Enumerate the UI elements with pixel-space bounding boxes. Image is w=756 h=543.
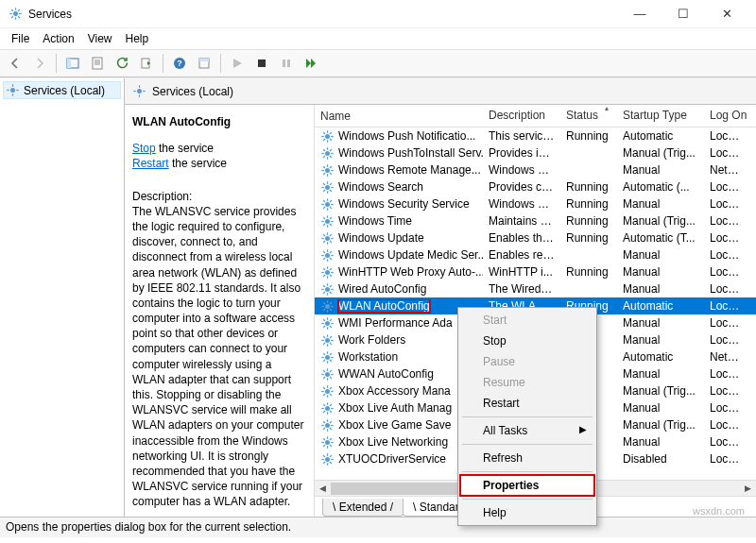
table-row[interactable]: Wired AutoConfigThe Wired A...ManualLoca… [315,280,756,297]
service-desc: Enables rem... [483,248,560,262]
menu-item-pause: Pause [460,351,594,372]
svg-line-5 [11,9,13,11]
service-logon: Local Sy [704,180,749,194]
svg-line-175 [323,394,325,396]
menu-item-properties[interactable]: Properties [460,475,594,496]
svg-line-209 [323,455,325,457]
menu-view[interactable]: View [82,30,118,47]
scroll-right-button[interactable]: ▶ [740,481,756,497]
gear-icon [320,265,335,280]
forward-button[interactable] [28,52,51,75]
service-logon: Local Sy [704,384,749,398]
service-startup: Manual [617,401,704,415]
menu-item-all-tasks[interactable]: All Tasks▶ [460,420,594,441]
menu-action[interactable]: Action [37,30,79,47]
maximize-button[interactable]: ☐ [662,0,705,28]
svg-line-166 [323,377,325,379]
svg-line-202 [323,445,325,447]
service-name: WWAN AutoConfig [338,367,434,381]
window-title: Services [28,8,618,21]
menu-item-refresh[interactable]: Refresh [460,448,594,468]
svg-point-96 [325,253,330,258]
table-row[interactable]: Windows UpdateEnables the ...RunningAuto… [315,229,756,246]
console-tree[interactable]: Services (Local) [0,78,125,517]
refresh-button[interactable] [111,52,133,75]
service-name: Windows Push Notificatio... [338,129,475,143]
table-row[interactable]: Windows Update Medic Ser...Enables rem..… [315,246,756,263]
stop-service-link[interactable]: Stop [132,142,156,155]
detail-panel: WLAN AutoConfig Stop the service Restart… [125,105,314,517]
service-logon: Local Sy [704,299,749,313]
gear-icon [320,435,335,450]
restart-service-link[interactable]: Restart [132,157,169,170]
service-status: Running [560,265,617,279]
table-row[interactable]: WinHTTP Web Proxy Auto-...WinHTTP i...Ru… [315,263,756,280]
service-logon: Local Sy [704,435,749,449]
svg-point-51 [325,168,330,173]
pause-service-button[interactable] [275,52,298,75]
start-service-button[interactable] [226,52,249,75]
minimize-button[interactable]: — [618,0,662,28]
svg-line-139 [323,326,325,328]
service-startup: Manual [617,197,704,211]
service-name: Windows Update [338,231,424,245]
svg-line-211 [323,462,325,464]
show-hide-tree-button[interactable] [61,52,84,75]
tree-services-local[interactable]: Services (Local) [3,81,121,99]
service-name: Workstation [338,350,398,364]
close-button[interactable]: ✕ [705,0,748,28]
service-logon: Local Sy [704,418,749,432]
service-logon: Local Sy [704,197,749,211]
svg-line-149 [330,336,332,338]
table-row[interactable]: Windows PushToInstall Serv...Provides in… [315,144,756,161]
table-row[interactable]: Windows Security ServiceWindows Se...Run… [315,195,756,212]
properties-button[interactable] [86,52,109,75]
svg-point-114 [325,287,330,292]
back-button[interactable] [4,52,26,75]
menu-item-stop[interactable]: Stop [460,331,594,351]
table-row[interactable]: Windows Push Notificatio...This service … [315,127,756,144]
toolbar: ? [0,49,756,77]
svg-line-191 [323,421,325,423]
gear-icon [320,231,335,246]
scroll-left-button[interactable]: ◀ [315,481,331,497]
svg-line-137 [323,319,325,321]
service-startup: Automatic [617,350,704,364]
service-logon: Local Sy [704,367,749,381]
menu-item-help[interactable]: Help [460,502,594,523]
svg-line-86 [330,217,332,219]
tab-extended[interactable]: \ Extended / [322,499,404,517]
table-row[interactable]: Windows TimeMaintains d...RunningManual … [315,212,756,229]
chevron-right-icon: ▶ [579,424,587,434]
svg-line-146 [323,336,325,338]
svg-line-76 [323,207,325,209]
service-startup: Manual (Trig... [617,214,704,228]
table-row[interactable]: Windows SearchProvides co...RunningAutom… [315,178,756,195]
svg-line-156 [330,360,332,362]
help-button[interactable]: ? [168,52,191,75]
service-logon: Local Se [704,265,749,279]
svg-text:?: ? [177,59,182,68]
menu-file[interactable]: File [6,30,35,47]
menu-help[interactable]: Help [120,30,155,47]
svg-point-60 [325,185,330,190]
stop-service-button[interactable] [250,52,273,75]
service-logon: Network [704,163,749,177]
filter-button[interactable] [193,52,215,75]
export-button[interactable] [135,52,158,75]
restart-service-button[interactable] [300,52,322,75]
svg-point-23 [10,88,15,93]
service-name: Xbox Live Networking [338,435,448,449]
service-status: Running [560,180,617,194]
service-startup: Manual [617,367,704,381]
service-logon: Local Sy [704,401,749,415]
service-status: Running [560,231,617,245]
gear-icon [320,316,335,331]
svg-line-84 [330,224,332,226]
menu-item-restart[interactable]: Restart [460,393,594,414]
table-row[interactable]: Windows Remote Manage...Windows R...Manu… [315,161,756,178]
svg-line-192 [330,428,332,430]
service-logon: Local Sy [704,248,749,262]
svg-point-105 [325,270,330,275]
svg-line-104 [330,251,332,253]
